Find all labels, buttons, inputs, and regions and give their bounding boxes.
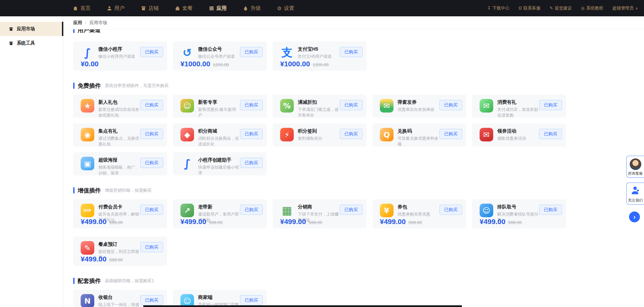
plugin-card[interactable]: N收银台线上线下一体化，快速收银已购买 [73,290,167,307]
home-icon [73,6,78,11]
price: ¥1000.00 [180,60,210,68]
purchased-button[interactable]: 已购买 [240,158,263,168]
purchased-button[interactable]: 已购买 [140,295,163,305]
purchased-button[interactable]: 已购买 [439,129,462,139]
purchased-button[interactable]: 已购买 [140,47,163,57]
nav-item-apps[interactable]: 应用 [201,0,235,16]
purchased-button[interactable]: 已购买 [140,129,163,139]
purchased-button[interactable]: 已购买 [340,129,363,139]
purchased-button[interactable]: 已购买 [240,100,263,110]
sidebar-item-system-tools[interactable]: 系统工具 [0,36,63,50]
plugin-card[interactable]: ¥券包优惠券购买更优惠已购买¥499.00599.00 [372,199,466,228]
sidebar-item-app-market[interactable]: 应用市场 [0,22,63,36]
plugin-card[interactable]: ∫小程序创建助手快速申请创建店铺小程序已购买 [173,152,267,175]
plugin-name: 新客专享 [198,99,239,105]
nav-item-upgrade[interactable]: 升级 [235,0,269,16]
section-title: 配套插件 [78,277,101,285]
purchased-button[interactable]: 已购买 [140,158,163,168]
plugin-card[interactable]: ◉集点有礼通过消费集点，兑换优惠礼包已购买 [73,123,167,147]
nav-item-settings[interactable]: ⚙设置 [269,0,302,16]
plugin-card[interactable]: ⚡积分签到签到领取积分已购买 [273,123,367,147]
horizontal-scrollbar[interactable] [143,305,462,307]
purchased-button[interactable]: 已购买 [240,47,263,57]
points-gift-icon: ◉ [81,128,94,141]
plugin-name: 付费会员卡 [98,204,139,210]
sidebar-item-label: 应用市场 [17,26,35,32]
plugin-card[interactable]: ↗老带新邀请新用户，老用户获得奖励已购买¥499.00599.00 [173,199,267,228]
nav-util-support[interactable]: Ω联系客服 [519,5,541,11]
section-accent-bar [73,29,75,33]
purchased-button[interactable]: 已购买 [140,100,163,110]
chevron-down-icon: ∨ [635,6,638,10]
section-header: 用户渠道 [73,29,644,33]
plugin-card[interactable]: ▦分销商下级下单支付，上级赚取佣金已购买¥499.00599.00 [273,199,367,228]
nav-item-label: 店铺 [148,5,159,12]
nav-util-feedback[interactable]: ✎提交建议 [550,5,572,11]
plugin-description: 通过消费集点，兑换优惠礼包 [98,136,139,147]
sign-in-icon: ⚡ [280,128,294,141]
nav-item-home[interactable]: 首页 [65,0,99,16]
plugin-card[interactable]: ✎餐桌预订提前预定，到店立即就餐已购买¥499.00599.00 [73,237,167,266]
plugin-name: 兑换码 [398,128,438,134]
customer-service-widget[interactable]: 咨询客服 [626,156,644,178]
plugin-card[interactable]: VIP付费会员卡提升会员留存率，解锁花式玩法已购买¥499.00599.00 [73,199,167,228]
price: ¥499.00 [81,255,107,263]
purchased-button[interactable]: 已购买 [340,47,363,57]
old-price: 599.00 [408,220,422,225]
nav-item-users[interactable]: 用户 [99,0,133,16]
purchased-button[interactable]: 已购买 [340,205,363,215]
plugin-description: 支付成功后，发送奖励促进复购 [497,107,538,118]
plugin-card[interactable]: 支支付宝H5支付宝H5用户渠道已购买¥1000.001200.00 [273,41,367,71]
floating-widgets: 咨询客服 关注我们 › [625,156,644,222]
user-menu[interactable]: 超级管理员∨ [612,5,638,11]
purchased-button[interactable]: 已购买 [539,205,562,215]
nav-util-label: 提交建议 [555,5,572,11]
purchased-button[interactable]: 已购买 [340,100,363,110]
wechat-official-icon: ↺ [180,46,194,59]
plugin-card[interactable]: ◆积分商城消耗积分兑换商品，促进成长化已购买 [173,123,267,147]
nav-item-shop[interactable]: 店铺 [133,0,167,16]
nav-util-download[interactable]: ↧下载中心 [487,5,510,11]
breadcrumb-parent[interactable]: 应用 [73,20,82,26]
plugin-card[interactable]: ∫微信小程序微信小程序用户渠道已购买¥0.00 [73,41,167,71]
section-2: 增值插件增值营销功能，按需购买VIP付费会员卡提升会员留存率，解锁花式玩法已购买… [73,187,644,266]
purchased-button[interactable]: 已购买 [240,129,263,139]
price-row: ¥499.00599.00 [81,218,123,226]
section-header: 配套插件高级辅助功能，按需购买1 [73,277,644,284]
plugin-name: 微信公众号 [198,46,239,52]
old-price: 1200.00 [213,62,229,67]
plugin-card[interactable]: ★新人礼包新客注册成功后自动发放优惠礼包已购买 [73,95,167,118]
purchased-button[interactable]: 已购买 [240,205,263,215]
user-icon [107,6,112,11]
plugin-card[interactable]: ✉消费有礼支付成功后，发送奖励促进复购已购买 [472,95,566,118]
price-row: ¥1000.001200.00 [180,60,229,68]
section-0: 用户渠道∫微信小程序微信小程序用户渠道已购买¥0.00↺微信公众号微信公众号用户… [73,29,644,71]
plugin-card[interactable]: ☺新客专享新客优惠价,吸引新用户已购买 [173,95,267,118]
follow-us-widget[interactable]: 关注我们 [626,183,644,205]
plugin-card[interactable]: ✉领券活动领取优惠券活动已购买 [472,123,566,147]
collapse-widgets-button[interactable]: › [629,211,640,222]
purchased-button[interactable]: 已购买 [439,205,462,215]
nav-item-label: 应用 [216,5,227,12]
purchased-button[interactable]: 已购买 [439,100,462,110]
plugin-description: 可批量兑换优惠券和余额 [398,136,438,147]
plugin-card[interactable]: ↺微信公众号微信公众号用户渠道已购买¥1000.001200.00 [173,41,267,71]
purchased-button[interactable]: 已购买 [539,129,562,139]
purchased-button[interactable]: 已购买 [240,295,263,305]
purchased-button[interactable]: 已购买 [140,205,163,215]
wechat-miniprogram-icon: ∫ [81,46,94,59]
plugin-card[interactable]: ☺排队取号解决消费者排队等座问题已购买¥499.00599.00 [472,199,566,228]
nav-item-package[interactable]: 套餐 [167,0,201,16]
plugin-card[interactable]: %满减折扣下单满足门槛立减，提升客单价已购买 [273,95,367,118]
plugin-name: 消费有礼 [497,99,538,105]
plugin-card[interactable]: ▣超级海报精美海报模板，推广、分销、裂变已购买 [73,152,167,175]
miniprogram-helper-icon: ∫ [180,157,194,170]
nav-item-label: 设置 [284,5,294,12]
plugin-card[interactable]: Q兑换码可批量兑换优惠券和余额已购买 [372,123,466,147]
nav-util-tutorial[interactable]: ◎系统教程 [581,5,603,11]
plugin-card[interactable]: ✉弹窗发券优惠券定向发放神器已购买 [372,95,466,118]
purchased-button[interactable]: 已购买 [140,242,163,252]
purchased-button[interactable]: 已购买 [539,100,562,110]
plugin-card[interactable]: ☺商家端手机端一键管理门店数据已购买 [173,290,267,307]
section-title: 免费插件 [78,82,101,90]
